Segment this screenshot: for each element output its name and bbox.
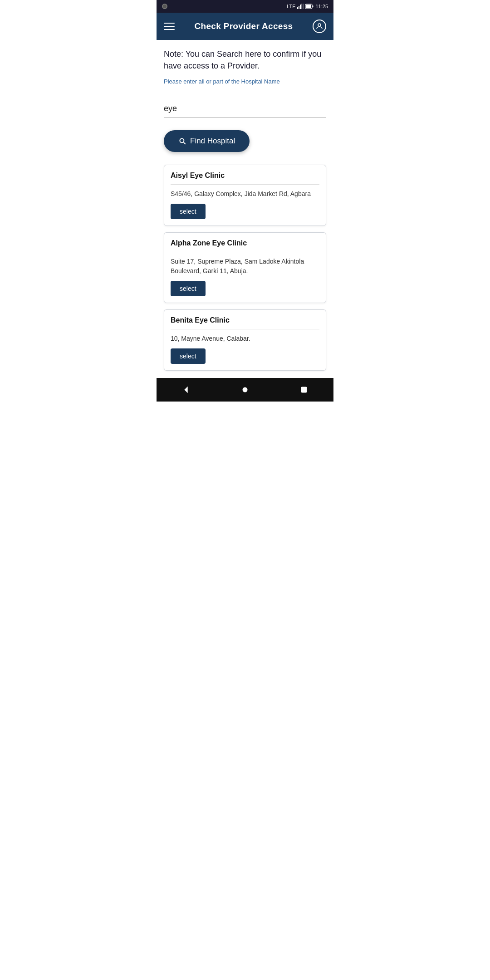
svg-rect-13 (301, 387, 307, 393)
result-name-2: Benita Eye Clinic (171, 316, 319, 329)
main-content: Note: You can Search here to confirm if … (157, 40, 333, 378)
battery-icon (305, 4, 314, 9)
profile-button[interactable] (313, 20, 326, 33)
back-icon (181, 385, 191, 395)
menu-button[interactable] (164, 23, 175, 30)
recent-apps-button[interactable] (299, 385, 309, 395)
search-icon (178, 137, 186, 145)
select-button-1[interactable]: select (171, 281, 206, 296)
result-card-1: Alpha Zone Eye Clinic Suite 17, Supreme … (164, 232, 326, 303)
svg-line-10 (184, 142, 186, 144)
recent-icon (299, 385, 309, 395)
find-hospital-label: Find Hospital (190, 137, 235, 146)
result-address-0: S45/46, Galaxy Complex, Jida Market Rd, … (171, 189, 319, 198)
signal-icon (297, 4, 304, 9)
select-button-2[interactable]: select (171, 348, 206, 364)
search-input[interactable] (164, 101, 326, 118)
camera-dot (162, 4, 167, 9)
person-icon (315, 22, 323, 30)
svg-point-12 (243, 387, 248, 392)
results-list: Aisyl Eye Clinic S45/46, Galaxy Complex,… (164, 165, 326, 371)
svg-point-9 (180, 139, 184, 143)
svg-marker-11 (184, 387, 187, 393)
network-indicator: LTE (287, 4, 295, 9)
bottom-navigation (157, 378, 333, 402)
svg-rect-0 (297, 7, 298, 9)
svg-rect-3 (301, 4, 302, 9)
back-button[interactable] (181, 385, 191, 395)
hint-text: Please enter all or part of the Hospital… (164, 78, 326, 85)
navbar: Check Provider Access (157, 13, 333, 40)
home-icon (240, 385, 250, 395)
page-title: Check Provider Access (195, 21, 293, 31)
status-right: LTE 11:25 (287, 4, 328, 9)
home-button[interactable] (240, 385, 250, 395)
clock: 11:25 (315, 4, 328, 9)
svg-rect-4 (303, 4, 304, 9)
status-bar: LTE 11:25 (157, 0, 333, 13)
result-address-2: 10, Mayne Avenue, Calabar. (171, 334, 319, 343)
find-hospital-button[interactable]: Find Hospital (164, 130, 250, 152)
select-button-0[interactable]: select (171, 204, 206, 219)
result-card-0: Aisyl Eye Clinic S45/46, Galaxy Complex,… (164, 165, 326, 226)
svg-rect-1 (299, 6, 299, 9)
result-address-1: Suite 17, Supreme Plaza, Sam Ladoke Akin… (171, 257, 319, 275)
note-text: Note: You can Search here to confirm if … (164, 48, 326, 72)
result-card-2: Benita Eye Clinic 10, Mayne Avenue, Cala… (164, 309, 326, 371)
svg-rect-6 (306, 5, 311, 8)
result-name-1: Alpha Zone Eye Clinic (171, 239, 319, 252)
svg-point-8 (318, 24, 321, 26)
svg-rect-2 (300, 5, 301, 9)
svg-rect-7 (313, 5, 314, 7)
result-name-0: Aisyl Eye Clinic (171, 172, 319, 185)
